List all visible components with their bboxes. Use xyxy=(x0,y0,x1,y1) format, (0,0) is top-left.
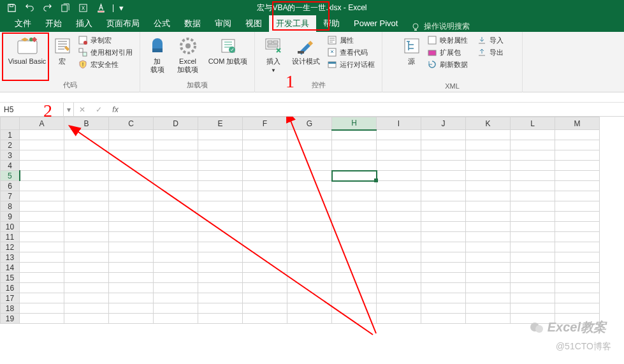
row-header[interactable]: 2 xyxy=(1,140,20,150)
cell[interactable] xyxy=(287,263,332,273)
row-header[interactable]: 4 xyxy=(1,161,20,171)
cell[interactable] xyxy=(20,150,64,161)
cell[interactable] xyxy=(20,140,64,150)
tab-公式[interactable]: 公式 xyxy=(147,15,177,32)
cell[interactable] xyxy=(243,222,287,232)
cell[interactable] xyxy=(198,263,243,273)
cell[interactable] xyxy=(555,161,600,171)
cell[interactable] xyxy=(154,263,198,273)
cell[interactable] xyxy=(154,314,198,324)
cell[interactable] xyxy=(377,171,421,181)
cell[interactable] xyxy=(243,150,287,161)
cell[interactable] xyxy=(243,171,287,181)
row-header[interactable]: 7 xyxy=(1,191,20,201)
cell[interactable] xyxy=(109,283,154,293)
spreadsheet-grid[interactable]: ABCDEFGHIJKLM123456789101112131415161718… xyxy=(0,117,624,364)
addins-button[interactable]: 加 载项 xyxy=(145,34,170,75)
cancel-icon[interactable]: ✕ xyxy=(74,103,91,117)
cell[interactable] xyxy=(332,293,377,303)
cell[interactable] xyxy=(555,303,600,314)
cell[interactable] xyxy=(555,242,600,252)
row-header[interactable]: 12 xyxy=(1,242,20,252)
cell[interactable] xyxy=(64,150,109,161)
cell[interactable] xyxy=(421,303,466,314)
cell[interactable] xyxy=(287,222,332,232)
col-header[interactable]: M xyxy=(555,117,600,130)
cell[interactable] xyxy=(64,222,109,232)
cell[interactable] xyxy=(109,181,154,191)
source-button[interactable]: 源 xyxy=(400,34,423,67)
cell[interactable] xyxy=(198,273,243,283)
row-header[interactable]: 14 xyxy=(1,263,20,273)
cell[interactable] xyxy=(511,232,555,242)
cell[interactable] xyxy=(198,161,243,171)
cell[interactable] xyxy=(20,252,64,263)
cell[interactable] xyxy=(287,252,332,263)
cell[interactable] xyxy=(332,130,377,140)
cell[interactable] xyxy=(64,263,109,273)
cell[interactable] xyxy=(64,130,109,140)
cell[interactable] xyxy=(555,252,600,263)
cell[interactable] xyxy=(20,181,64,191)
cell[interactable] xyxy=(109,171,154,181)
cell[interactable] xyxy=(154,181,198,191)
cell[interactable] xyxy=(332,273,377,283)
col-header[interactable]: K xyxy=(466,117,511,130)
name-box-dropdown[interactable]: ▾ xyxy=(64,103,74,116)
excel-addins-button[interactable]: Excel 加载项 xyxy=(173,34,203,75)
com-addins-button[interactable]: COM 加载项 xyxy=(206,34,250,67)
cell[interactable] xyxy=(198,303,243,314)
cell[interactable] xyxy=(243,191,287,201)
record-macro-button[interactable]: 录制宏 xyxy=(76,34,134,46)
cell[interactable] xyxy=(154,130,198,140)
col-header[interactable]: J xyxy=(421,117,466,130)
macros-button[interactable]: 宏 xyxy=(51,34,74,67)
cell[interactable] xyxy=(64,283,109,293)
visual-basic-button[interactable]: Visual Basic xyxy=(6,34,48,67)
select-all-corner[interactable] xyxy=(1,117,20,130)
cell[interactable] xyxy=(198,171,243,181)
col-header[interactable]: D xyxy=(154,117,198,130)
cell[interactable] xyxy=(555,130,600,140)
cell[interactable] xyxy=(377,130,421,140)
insert-control-button[interactable]: 插入▼ xyxy=(261,34,286,76)
col-header[interactable]: B xyxy=(64,117,109,130)
cell[interactable] xyxy=(109,263,154,273)
row-header[interactable]: 17 xyxy=(1,293,20,303)
cell[interactable] xyxy=(466,222,511,232)
cell[interactable] xyxy=(198,293,243,303)
qat-icon-1[interactable] xyxy=(59,1,71,14)
cell[interactable] xyxy=(20,201,64,212)
cell[interactable] xyxy=(109,293,154,303)
tab-帮助[interactable]: 帮助 xyxy=(316,15,347,32)
cell[interactable] xyxy=(243,232,287,242)
undo-icon[interactable] xyxy=(23,1,36,14)
cell[interactable] xyxy=(109,314,154,324)
cell[interactable] xyxy=(287,140,332,150)
save-icon[interactable] xyxy=(5,1,18,14)
cell[interactable] xyxy=(511,140,555,150)
cell[interactable] xyxy=(332,242,377,252)
cell[interactable] xyxy=(511,273,555,283)
cell[interactable] xyxy=(555,273,600,283)
cell[interactable] xyxy=(511,150,555,161)
cell[interactable] xyxy=(198,242,243,252)
expansion-pack-button[interactable]: 扩展包 xyxy=(426,47,469,58)
import-button[interactable]: 导入 xyxy=(475,34,505,46)
cell[interactable] xyxy=(377,222,421,232)
cell[interactable] xyxy=(377,140,421,150)
cell[interactable] xyxy=(109,191,154,201)
cell[interactable] xyxy=(243,130,287,140)
cell[interactable] xyxy=(64,293,109,303)
cell[interactable] xyxy=(421,314,466,324)
cell[interactable] xyxy=(377,252,421,263)
cell[interactable] xyxy=(64,212,109,222)
cell[interactable] xyxy=(332,252,377,263)
cell[interactable] xyxy=(64,191,109,201)
tab-文件[interactable]: 文件 xyxy=(8,15,38,32)
cell[interactable] xyxy=(198,232,243,242)
cell[interactable] xyxy=(332,212,377,222)
cell[interactable] xyxy=(421,140,466,150)
formula-input[interactable] xyxy=(124,103,624,116)
cell[interactable] xyxy=(109,232,154,242)
